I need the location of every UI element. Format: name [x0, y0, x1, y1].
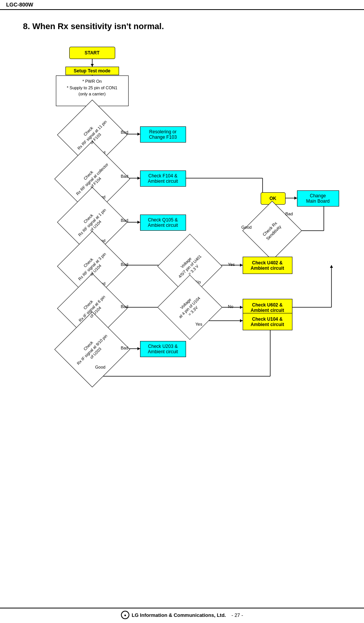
header-title: LGC-800W [6, 2, 33, 8]
d4-bad-label: Bad [121, 262, 129, 267]
svg-marker-44 [240, 319, 243, 322]
diagram: START Setup Test mode * PWR On * Supply … [33, 39, 362, 537]
d6-bad-label: Bad [121, 346, 129, 350]
d1-diamond-wrapper: Check Rx RF signal at 11 pin of F103 [56, 121, 129, 148]
page-footer: ● LG Information & Communications, Ltd. … [0, 608, 364, 619]
footer-page: - 27 - [232, 612, 243, 618]
d5-diamond-wrapper: Check Rx IF signal at 6 pin of U104 [56, 295, 129, 322]
svg-marker-21 [240, 264, 243, 267]
r1-node: Resolering or Change F103 [140, 126, 186, 143]
svg-marker-15 [137, 221, 140, 224]
v2-diamond-wrapper: Voltage at 4 pin of U104 = 3.3V [159, 294, 220, 321]
svg-marker-47 [330, 265, 333, 268]
d5-bad-label: Bad [121, 304, 129, 309]
setup-node: Setup Test mode [65, 67, 119, 75]
footer-logo-icon: ● [121, 611, 129, 619]
check-rx-bad-label: Bad [286, 211, 293, 216]
r2-node: Check F104 & Ambient circuit [140, 171, 186, 187]
page-title: 8. When Rx sensitivity isn't normal. [23, 21, 364, 31]
svg-marker-41 [137, 347, 140, 350]
r7-node: Check U104 & Ambient circuit [243, 313, 292, 330]
d1-bad-label: Bad [121, 130, 129, 134]
svg-marker-1 [91, 64, 94, 67]
r4-node: Check U203 & Ambient circuit [140, 341, 186, 357]
check-rx-sens-wrapper: Check Rx Senditivity [245, 218, 299, 243]
start-node: START [69, 47, 115, 59]
d3-diamond-wrapper: Check Rx RF signal at 1 pin of U104 [56, 209, 129, 236]
d4-diamond-wrapper: Check Rx RF signal at 3 pin of U104 [56, 253, 129, 280]
change-main-board-node: Change Main Board [297, 190, 339, 207]
v2-no-label: No [228, 304, 233, 309]
d2-diamond-wrapper: Check Rx RF signal at collector of F104 [54, 165, 131, 193]
footer-company: LG Information & Communications, Ltd. [132, 612, 226, 618]
svg-marker-11 [137, 177, 140, 180]
d2-bad-label: Bad [121, 174, 129, 179]
svg-marker-7 [137, 133, 140, 136]
d6-diamond-wrapper: Check Rx IF signal at 9/10 pin of U203 [54, 336, 131, 363]
v1-yes-label: Yes [228, 262, 235, 267]
r3-node: Check Q105 & Ambient circuit [140, 215, 186, 231]
r5-node: Check U402 & Ambient circuit [243, 257, 292, 274]
page-header: LGC-800W [0, 0, 364, 10]
svg-marker-28 [240, 306, 243, 309]
v2-yes-label: Yes [196, 322, 202, 326]
d6-good-label: Good [95, 365, 106, 369]
check-rx-good-label: Good [242, 225, 252, 230]
v1-diamond-wrapper: Voltage 4/5/7 pin of U401 = 3.3 V [159, 253, 220, 280]
svg-marker-34 [294, 197, 297, 200]
d3-bad-label: Bad [121, 218, 129, 223]
